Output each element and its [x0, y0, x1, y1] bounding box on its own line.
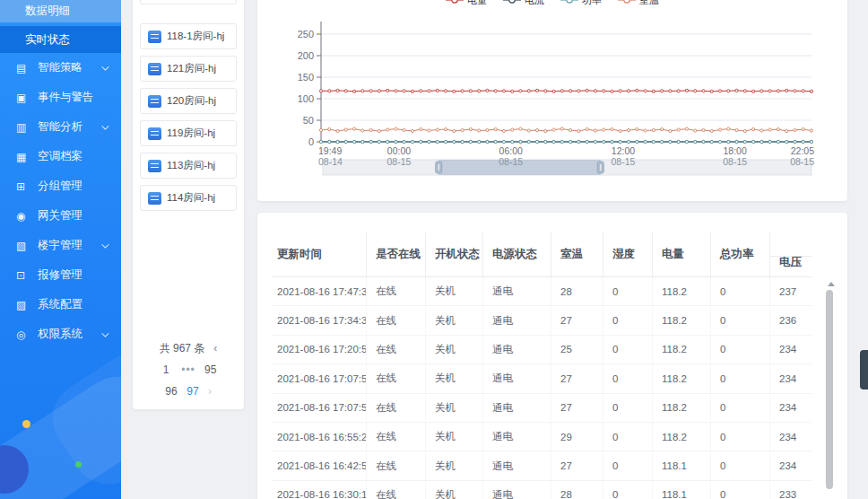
- chart-panel: 电量电流功率室温 05010015020025019:4908-1400:000…: [257, 0, 847, 201]
- series-point: [810, 90, 812, 92]
- air-conditioner-icon: [148, 160, 161, 172]
- series-point: [735, 128, 738, 131]
- sidebar-item-报修管理[interactable]: ⊡报修管理: [0, 260, 121, 290]
- legend-item-功率[interactable]: 功率: [560, 0, 602, 7]
- page-button-96[interactable]: 96: [165, 381, 178, 402]
- sidebar-item-系统配置[interactable]: ▨系统配置: [0, 290, 121, 320]
- series-point: [420, 90, 422, 92]
- sidebar-item-智能策略[interactable]: ▤智能策略: [0, 53, 121, 83]
- series-point: [319, 128, 322, 131]
- page-button-1[interactable]: 1: [160, 359, 172, 381]
- x-tick-date: 08-15: [387, 156, 412, 167]
- sidebar-subitem-实时状态[interactable]: 实时状态: [0, 26, 121, 53]
- table-row[interactable]: 2021-08-16 17:34:37在线关机通电270118.20236: [272, 306, 812, 335]
- sidebar-item-网关管理[interactable]: ◉网关管理: [0, 201, 121, 231]
- legend-item-电量[interactable]: 电量: [446, 0, 487, 7]
- table-row[interactable]: 2021-08-16 17:20:57在线关机通电250118.20234: [272, 336, 812, 364]
- table-cell: 118.2: [653, 277, 711, 305]
- sidebar-subitem-label: 数据明细: [25, 4, 70, 19]
- table-row[interactable]: 2021-08-16 17:07:58在线关机通电270118.20234: [272, 394, 812, 423]
- series-point: [444, 140, 447, 143]
- table-cell: 关机: [426, 394, 483, 422]
- series-point: [560, 140, 563, 143]
- sidebar-item-权限系统[interactable]: ◎权限系统: [0, 320, 121, 349]
- sidebar-item-事件与警告[interactable]: ▣事件与警告: [0, 83, 121, 112]
- series-point: [644, 140, 647, 143]
- sidebar-item-智能分析[interactable]: ▥智能分析: [0, 112, 121, 142]
- series-point: [627, 140, 629, 143]
- series-point: [403, 140, 405, 143]
- room-list-item[interactable]: 113房间-hj: [140, 153, 237, 179]
- room-item-partial[interactable]: [140, 0, 237, 4]
- column-header-电压: 电压: [770, 232, 812, 276]
- room-list-item[interactable]: 120房间-hj: [140, 88, 237, 114]
- sidebar-item-label: 事件与警告: [38, 90, 94, 105]
- table-row[interactable]: 2021-08-16 16:55:28在线关机通电290118.20234: [272, 423, 812, 451]
- series-point: [727, 127, 730, 130]
- page-button-95[interactable]: 95: [204, 359, 217, 381]
- series-point: [685, 127, 688, 130]
- series-point: [718, 140, 721, 143]
- current-page-button[interactable]: 97: [187, 381, 199, 402]
- gateway-icon: ◉: [16, 210, 30, 223]
- series-point: [535, 89, 538, 92]
- series-point: [752, 127, 755, 130]
- table-cell: 关机: [426, 277, 483, 305]
- room-list-item[interactable]: 119房间-hj: [140, 120, 237, 146]
- series-point: [661, 140, 664, 143]
- series-point: [735, 140, 738, 143]
- sidebar-item-空调档案[interactable]: ▦空调档案: [0, 142, 121, 171]
- table-scrollbar[interactable]: [826, 290, 833, 489]
- table-cell: 通电: [483, 336, 551, 363]
- sidebar-item-label: 智能策略: [38, 60, 82, 75]
- table-cell: 0: [603, 451, 653, 479]
- table-row[interactable]: 2021-08-16 16:30:19在线关机通电280118.10233: [272, 481, 812, 499]
- legend-item-室温[interactable]: 室温: [618, 0, 659, 7]
- next-page-button[interactable]: ›: [208, 381, 212, 402]
- legend-item-电流[interactable]: 电流: [503, 0, 544, 7]
- sidebar-subitem-数据明细[interactable]: 数据明细: [0, 0, 121, 22]
- series-point: [685, 89, 688, 92]
- x-tick-time: 00:00: [387, 145, 411, 156]
- series-point: [395, 127, 397, 130]
- sidebar: 数据明细实时状态▤智能策略▣事件与警告▥智能分析▦空调档案⊞分组管理◉网关管理▧…: [0, 0, 121, 499]
- table-cell: 关机: [426, 306, 483, 334]
- table-scroll-up-icon[interactable]: [828, 282, 835, 286]
- table-row[interactable]: 2021-08-16 17:47:34在线关机通电280118.20237: [272, 277, 812, 306]
- floating-toolbar-handle[interactable]: [860, 350, 868, 390]
- series-point: [494, 140, 497, 143]
- table-cell: 234: [770, 394, 812, 422]
- table-cell: 27: [551, 394, 603, 422]
- series-point: [644, 90, 647, 92]
- room-list-item[interactable]: 114房间-hj: [140, 185, 237, 211]
- series-point: [810, 129, 812, 132]
- table-row[interactable]: 2021-08-16 17:07:59在线关机通电270118.20234: [272, 364, 812, 393]
- table-cell: 118.2: [653, 364, 711, 392]
- sidebar-item-楼宇管理[interactable]: ▧楼宇管理: [0, 231, 121, 260]
- series-point: [344, 90, 347, 92]
- series-point: [611, 140, 613, 143]
- series-point: [802, 90, 804, 92]
- table-cell: 通电: [483, 306, 551, 334]
- series-point: [444, 127, 447, 130]
- table-row[interactable]: 2021-08-16 16:42:54在线关机通电270118.10234: [272, 451, 812, 480]
- x-tick-time: 22:05: [791, 145, 814, 156]
- room-list-item[interactable]: 121房间-hj: [140, 56, 237, 82]
- series-point: [486, 140, 489, 143]
- table-cell: 233: [770, 481, 812, 499]
- series-point: [810, 140, 812, 143]
- sidebar-item-分组管理[interactable]: ⊞分组管理: [0, 171, 121, 201]
- series-point: [352, 127, 355, 130]
- series-point: [444, 90, 447, 92]
- room-item-label: 120房间-hj: [167, 94, 216, 108]
- table-cell: 234: [770, 336, 812, 363]
- table-cell: 0: [711, 481, 770, 499]
- prev-page-button[interactable]: ‹: [213, 337, 217, 359]
- table-cell: 0: [603, 336, 653, 363]
- room-list-item[interactable]: 118-1房间-hj: [140, 23, 237, 49]
- line-chart[interactable]: 05010015020025019:4908-1400:0008-1506:00…: [257, 0, 847, 201]
- series-point: [718, 90, 721, 92]
- series-point: [702, 140, 705, 143]
- air-conditioner-icon: [148, 63, 161, 75]
- series-point: [710, 140, 713, 143]
